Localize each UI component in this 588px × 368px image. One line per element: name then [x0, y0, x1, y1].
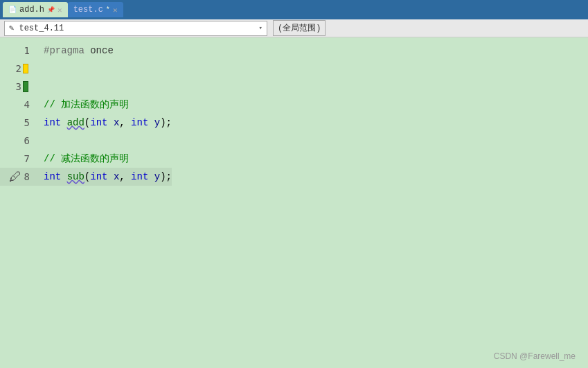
- scope-dropdown[interactable]: ✎ test_4.11 ▾: [4, 21, 267, 36]
- fn-add: add: [67, 114, 84, 132]
- comment-sub: // 减法函数的声明: [44, 150, 129, 168]
- line-row: 1 #pragma once: [0, 42, 172, 60]
- tab-label-add-h: add.h: [19, 5, 44, 15]
- kw-int-x: int: [90, 114, 107, 132]
- line-number-2: 2: [0, 60, 38, 78]
- tab-label-test-c: test.c: [73, 5, 103, 15]
- scope-right-label[interactable]: (全局范围): [273, 20, 326, 36]
- line-row: 4 // 加法函数的声明: [0, 96, 172, 114]
- line-row: 7 // 减法函数的声明: [0, 150, 172, 168]
- param-x2: x: [114, 168, 119, 186]
- kw-int-y: int: [131, 114, 148, 132]
- tab-close-test-c[interactable]: ✕: [113, 6, 118, 15]
- line-code-4: // 加法函数的声明: [38, 96, 172, 114]
- param-y: y: [154, 114, 160, 132]
- tab-test-c[interactable]: test.c * ✕: [68, 2, 123, 17]
- line-number-7: 7: [0, 150, 38, 168]
- line-code-7: // 减法函数的声明: [38, 150, 172, 168]
- line-number-4: 4: [0, 96, 38, 114]
- comment-add: // 加法函数的声明: [44, 96, 129, 114]
- kw-int-add: int: [44, 114, 61, 132]
- pragma-keyword: #pragma: [44, 42, 90, 60]
- line-row: 2: [0, 60, 172, 78]
- line-number-1: 1: [0, 42, 38, 60]
- param-y2: y: [154, 168, 160, 186]
- line-row-8: 🖊 8 int sub(int x, int y);: [0, 168, 172, 186]
- line-code-5: int add(int x, int y);: [38, 114, 172, 132]
- line-number-8: 🖊 8: [0, 168, 38, 186]
- scope-arrow-icon: ▾: [259, 24, 262, 32]
- lines-wrapper: 1 #pragma once 2 3: [0, 37, 172, 368]
- line-code-8: int sub(int x, int y);: [38, 168, 172, 186]
- param-x: x: [114, 114, 119, 132]
- yellow-bookmark-icon: [23, 64, 28, 73]
- line-row: 3: [0, 78, 172, 96]
- tab-pin-icon: 📌: [47, 6, 55, 14]
- line-number-3: 3: [0, 78, 38, 96]
- editor: 1 #pragma once 2 3: [0, 37, 588, 368]
- line-number-5: 5: [0, 114, 38, 132]
- line-number-6: 6: [0, 132, 38, 150]
- green-bookmark-icon: [23, 81, 28, 92]
- tab-close-add-h[interactable]: ✕: [57, 6, 62, 15]
- scope-value: ✎ test_4.11: [9, 23, 259, 33]
- tab-bar: 📄 add.h 📌 ✕ test.c * ✕: [0, 0, 588, 19]
- kw-int-sub: int: [44, 168, 61, 186]
- fn-sub: sub: [67, 168, 84, 186]
- pragma-once: once: [90, 42, 114, 60]
- line-row: 6: [0, 132, 172, 150]
- file-icon: 📄: [8, 6, 17, 14]
- editor-content: 1 #pragma once 2 3: [0, 37, 588, 368]
- edit-pencil-icon: 🖊: [9, 168, 21, 186]
- line-code-1: #pragma once: [38, 42, 172, 60]
- kw-int-x2: int: [90, 168, 107, 186]
- watermark: CSDN @Farewell_me: [494, 351, 576, 361]
- tab-add-h[interactable]: 📄 add.h 📌 ✕: [3, 2, 68, 17]
- kw-int-y2: int: [131, 168, 148, 186]
- toolbar: ✎ test_4.11 ▾ (全局范围): [0, 19, 588, 37]
- line-row: 5 int add(int x, int y);: [0, 114, 172, 132]
